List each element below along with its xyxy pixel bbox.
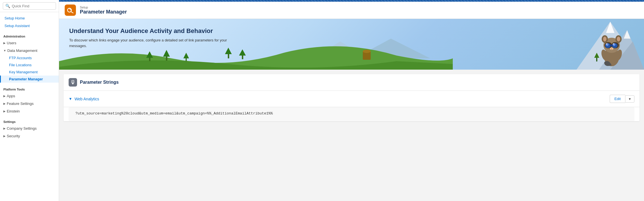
parameter-manager-link[interactable]: Parameter Manager bbox=[0, 76, 59, 83]
einstein-group[interactable]: ▶ Einstein bbox=[0, 107, 59, 115]
setup-home-link[interactable]: Setup Home bbox=[0, 14, 59, 22]
svg-marker-11 bbox=[225, 48, 232, 54]
dropdown-button[interactable]: ▼ bbox=[625, 95, 634, 103]
settings-header: Settings bbox=[0, 118, 59, 125]
company-settings-label: Company Settings bbox=[7, 126, 37, 131]
security-group[interactable]: ▶ Security bbox=[0, 132, 59, 140]
utm-container: ?utm_source=marketing%20cloud&utm_medium… bbox=[69, 107, 634, 121]
section-header: Parameter Strings bbox=[64, 74, 640, 91]
analytics-actions: Edit ▼ bbox=[610, 95, 634, 103]
header-text: Setup Parameter Manager bbox=[80, 6, 127, 15]
settings-section: Settings ▶ Company Settings ▶ Security bbox=[0, 116, 59, 141]
top-nav: Setup Home Setup Assistant bbox=[0, 12, 59, 31]
administration-header: Administration bbox=[0, 33, 59, 39]
data-management-label: Data Management bbox=[7, 48, 37, 53]
top-header: Setup Parameter Manager bbox=[59, 2, 644, 19]
feature-settings-chevron: ▶ bbox=[3, 102, 6, 105]
section-title: Parameter Strings bbox=[80, 80, 119, 85]
banner-subtitle: To discover which links engage your audi… bbox=[69, 37, 238, 48]
section-icon bbox=[69, 78, 77, 87]
svg-point-21 bbox=[617, 37, 620, 41]
key-management-link[interactable]: Key Management bbox=[0, 69, 59, 76]
banner-title: Understand Your Audience Activity and Be… bbox=[69, 27, 238, 35]
analytics-left: ▼ Web Analytics bbox=[69, 97, 99, 101]
search-container: 🔍 bbox=[0, 0, 59, 12]
edit-button[interactable]: Edit bbox=[610, 95, 625, 103]
administration-section: Administration ▶ Users ▼ Data Management… bbox=[0, 31, 59, 84]
utm-string: ?utm_source=marketing%20cloud&utm_medium… bbox=[75, 111, 273, 116]
web-analytics-row: ▼ Web Analytics Edit ▼ bbox=[64, 91, 640, 107]
data-management-chevron: ▼ bbox=[3, 49, 6, 52]
platform-tools-header: Platform Tools bbox=[0, 86, 59, 92]
svg-marker-9 bbox=[183, 53, 189, 58]
setup-assistant-link[interactable]: Setup Assistant bbox=[0, 22, 59, 30]
svg-rect-45 bbox=[72, 83, 73, 84]
svg-point-15 bbox=[363, 50, 371, 53]
app-icon bbox=[65, 5, 76, 16]
einstein-label: Einstein bbox=[7, 109, 20, 113]
svg-marker-7 bbox=[163, 50, 170, 57]
sidebar: 🔍 Setup Home Setup Assistant Administrat… bbox=[0, 0, 59, 201]
setup-label: Setup bbox=[80, 6, 127, 9]
parameter-strings-section: Parameter Strings ▼ Web Analytics Edit ▼… bbox=[64, 74, 640, 121]
data-management-group[interactable]: ▼ Data Management bbox=[0, 47, 59, 54]
search-icon: 🔍 bbox=[5, 4, 10, 8]
users-group[interactable]: ▶ Users bbox=[0, 39, 59, 47]
svg-point-30 bbox=[613, 43, 614, 45]
apps-chevron: ▶ bbox=[3, 94, 6, 98]
svg-point-46 bbox=[73, 81, 73, 82]
file-locations-link[interactable]: File Locations bbox=[0, 61, 59, 69]
page-title: Parameter Manager bbox=[80, 9, 127, 15]
search-input[interactable] bbox=[12, 4, 53, 8]
main-content: Setup Parameter Manager Understand Your … bbox=[59, 0, 644, 201]
svg-point-20 bbox=[603, 37, 606, 41]
platform-tools-section: Platform Tools ▶ Apps ▶ Feature Settings… bbox=[0, 84, 59, 116]
web-analytics-link[interactable]: Web Analytics bbox=[75, 97, 99, 101]
page-content: Understand Your Audience Activity and Be… bbox=[59, 19, 644, 201]
einstein-chevron: ▶ bbox=[3, 110, 6, 113]
apps-label: Apps bbox=[7, 94, 15, 98]
svg-line-1 bbox=[71, 12, 73, 13]
svg-point-32 bbox=[611, 48, 613, 50]
feature-settings-group[interactable]: ▶ Feature Settings bbox=[0, 100, 59, 107]
users-chevron: ▶ bbox=[3, 41, 6, 45]
svg-point-29 bbox=[606, 43, 607, 45]
banner-text: Understand Your Audience Activity and Be… bbox=[69, 27, 238, 48]
security-chevron: ▶ bbox=[3, 134, 6, 138]
banner: Understand Your Audience Activity and Be… bbox=[59, 19, 644, 70]
security-label: Security bbox=[7, 134, 20, 138]
svg-marker-5 bbox=[146, 51, 153, 58]
ftp-accounts-link[interactable]: FTP Accounts bbox=[0, 54, 59, 61]
company-settings-group[interactable]: ▶ Company Settings bbox=[0, 125, 59, 132]
company-settings-chevron: ▶ bbox=[3, 127, 6, 130]
feature-settings-label: Feature Settings bbox=[7, 101, 33, 106]
svg-marker-13 bbox=[239, 49, 246, 56]
svg-rect-26 bbox=[610, 45, 613, 46]
banner-mascot bbox=[596, 27, 627, 67]
users-label: Users bbox=[7, 41, 16, 45]
collapse-chevron-icon[interactable]: ▼ bbox=[69, 97, 72, 101]
search-box: 🔍 bbox=[3, 2, 56, 10]
apps-group[interactable]: ▶ Apps bbox=[0, 92, 59, 100]
